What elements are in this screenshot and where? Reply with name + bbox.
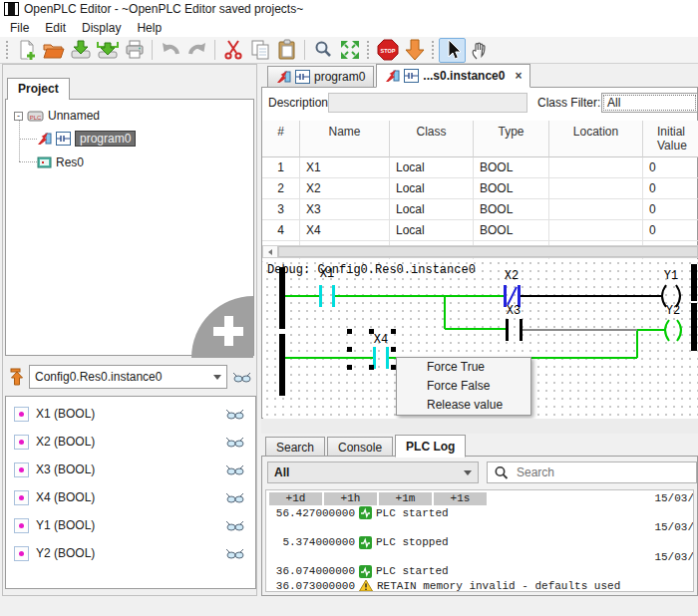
debug-var-label: Y1 (BOOL) xyxy=(36,518,95,532)
col-header-type[interactable]: Type xyxy=(474,121,549,157)
cell-type[interactable]: BOOL xyxy=(474,178,549,199)
tab-console[interactable]: Console xyxy=(327,437,393,458)
cell-location[interactable] xyxy=(549,220,643,241)
copy-button[interactable] xyxy=(246,38,273,63)
tab-instance0[interactable]: ...s0.instance0 × xyxy=(376,64,530,88)
new-project-button[interactable] xyxy=(13,38,40,63)
glasses-watch-icon[interactable] xyxy=(224,409,245,420)
menu-item-release-value[interactable]: Release value xyxy=(397,396,530,415)
toolbar-grip[interactable] xyxy=(366,40,371,60)
log-entry-message: PLC started xyxy=(376,507,449,519)
cell-name[interactable]: X3 xyxy=(300,199,390,220)
toolbar-grip[interactable] xyxy=(431,40,436,60)
col-header-num[interactable]: # xyxy=(262,121,300,157)
print-button[interactable] xyxy=(121,38,148,63)
col-header-class[interactable]: Class xyxy=(390,121,474,157)
cell-initial[interactable]: 0 xyxy=(643,199,698,220)
cell-location[interactable] xyxy=(549,157,643,178)
paste-button[interactable] xyxy=(273,38,300,63)
coil-y1[interactable]: Y1 xyxy=(662,269,680,307)
debug-var-x3[interactable]: X3 (BOOL) xyxy=(6,457,255,482)
cut-button[interactable] xyxy=(219,38,246,63)
contact-x3[interactable]: X3 xyxy=(507,304,522,341)
debug-var-x1[interactable]: X1 (BOOL) xyxy=(6,401,255,427)
col-header-location[interactable]: Location xyxy=(549,121,643,157)
debug-var-y1[interactable]: Y1 (BOOL) xyxy=(6,512,255,538)
stop-plc-button[interactable]: STOP xyxy=(374,38,401,63)
contact-x4-selected[interactable]: X4 xyxy=(374,333,388,369)
tab-project[interactable]: Project xyxy=(7,78,70,100)
tree-node-program0[interactable]: program0 xyxy=(37,130,136,148)
cell-location[interactable] xyxy=(549,199,643,220)
toolbar-grip[interactable] xyxy=(5,40,10,60)
debug-var-x2[interactable]: X2 (BOOL) xyxy=(6,429,255,455)
transfer-download-button[interactable] xyxy=(401,38,428,63)
cell-location[interactable] xyxy=(549,178,643,199)
fit-zoom-button[interactable] xyxy=(336,38,363,63)
search-button[interactable] xyxy=(309,38,336,63)
log-level-filter-combo[interactable]: All xyxy=(267,462,479,483)
menu-item-force-true[interactable]: Force True xyxy=(397,358,530,377)
menu-file[interactable]: File xyxy=(2,20,37,36)
tree-node-res0[interactable]: Res0 xyxy=(37,154,84,171)
scroll-left-button[interactable] xyxy=(263,246,278,257)
log-search-input[interactable] xyxy=(515,464,690,480)
log-search-box[interactable] xyxy=(487,462,697,483)
save-button[interactable] xyxy=(67,38,94,63)
cell-name[interactable]: X2 xyxy=(300,178,390,199)
undo-button[interactable] xyxy=(157,38,183,63)
menu-edit[interactable]: Edit xyxy=(37,20,74,36)
contact-x1[interactable]: X1 xyxy=(320,267,334,307)
contact-x2-nc[interactable]: X2 xyxy=(505,269,520,307)
glasses-watch-icon[interactable] xyxy=(231,372,252,383)
cell-class[interactable]: Local xyxy=(390,220,474,241)
col-header-initial[interactable]: Initial Value xyxy=(643,121,698,157)
cell-initial[interactable]: 0 xyxy=(643,178,698,199)
glasses-watch-icon[interactable] xyxy=(224,548,245,559)
time-scale-button-1s[interactable]: +1s xyxy=(434,492,487,505)
save-as-button[interactable] xyxy=(94,38,121,63)
cell-name[interactable]: X4 xyxy=(300,220,390,241)
open-project-button[interactable] xyxy=(40,38,67,63)
pan-hand-button[interactable] xyxy=(466,38,493,63)
close-tab-icon[interactable]: × xyxy=(515,69,522,83)
menu-item-force-false[interactable]: Force False xyxy=(397,377,530,396)
menu-display[interactable]: Display xyxy=(74,20,129,36)
redo-button[interactable] xyxy=(183,38,210,63)
scrollbar-thumb[interactable] xyxy=(278,246,698,257)
select-cursor-button[interactable] xyxy=(439,38,466,63)
cell-class[interactable]: Local xyxy=(390,199,474,220)
glasses-watch-icon[interactable] xyxy=(224,464,245,475)
coil-y2[interactable]: Y2 xyxy=(665,304,681,341)
class-filter-combo[interactable]: All xyxy=(601,93,698,113)
cell-initial[interactable]: 0 xyxy=(643,157,698,178)
description-input[interactable] xyxy=(328,93,527,113)
cell-name[interactable]: X1 xyxy=(300,157,390,178)
menu-help[interactable]: Help xyxy=(129,20,170,36)
instance-selector-combo[interactable]: Config0.Res0.instance0 xyxy=(29,365,227,389)
debug-var-x4[interactable]: X4 (BOOL) xyxy=(6,484,255,510)
cell-initial[interactable]: 0 xyxy=(643,220,698,241)
panel-splitter[interactable] xyxy=(261,419,698,434)
glasses-watch-icon[interactable] xyxy=(224,492,245,503)
time-scale-button-1m[interactable]: +1m xyxy=(379,492,432,505)
cell-type[interactable]: BOOL xyxy=(474,220,549,241)
cell-class[interactable]: Local xyxy=(390,157,474,178)
tab-plc-log[interactable]: PLC Log xyxy=(395,435,466,458)
cell-type[interactable]: BOOL xyxy=(474,199,549,220)
glasses-watch-icon[interactable] xyxy=(224,520,245,531)
table-horizontal-scrollbar[interactable] xyxy=(262,245,698,258)
ladder-diagram-canvas[interactable]: Debug: Config0.Res0.instance0 xyxy=(263,259,698,419)
collapse-expander-icon[interactable]: - xyxy=(14,112,23,121)
plc-log-output[interactable]: +1d +1h +1m +1s 15/03/ 56.427000000 PLC … xyxy=(265,489,694,592)
cell-type[interactable]: BOOL xyxy=(474,157,549,178)
time-scale-button-1h[interactable]: +1h xyxy=(324,492,377,505)
glasses-watch-icon[interactable] xyxy=(224,437,245,448)
tab-search[interactable]: Search xyxy=(265,437,325,458)
time-scale-button-1d[interactable]: +1d xyxy=(269,492,322,505)
tree-node-root[interactable]: - PLC Unnamed xyxy=(14,107,100,125)
tab-program0[interactable]: program0 xyxy=(267,66,374,88)
col-header-name[interactable]: Name xyxy=(300,121,390,157)
debug-var-y2[interactable]: Y2 (BOOL) xyxy=(6,540,255,566)
cell-class[interactable]: Local xyxy=(390,178,474,199)
